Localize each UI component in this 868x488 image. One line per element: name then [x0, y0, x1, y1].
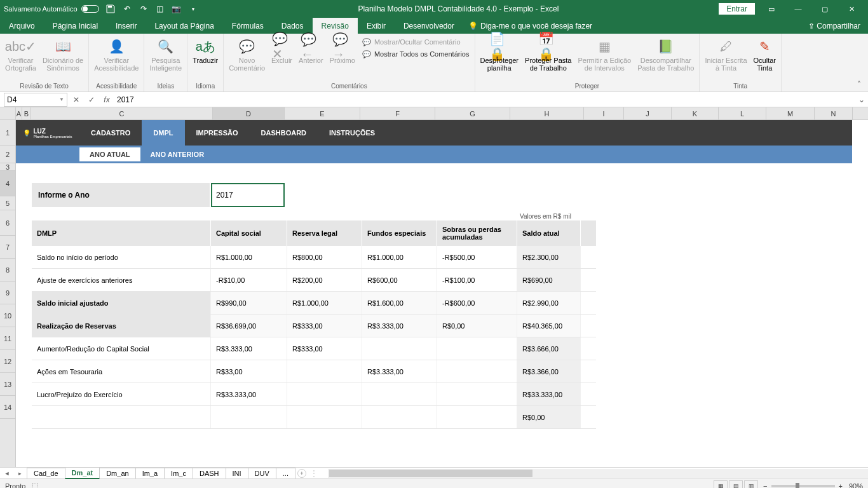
allow-edit-ranges-button[interactable]: ▦Permitir a Edição de Intervalos: [575, 35, 634, 73]
spellcheck-button[interactable]: abc✓Verificar Ortografia: [3, 35, 39, 73]
row-header-6[interactable]: 6: [0, 210, 15, 236]
table-cell[interactable]: [362, 337, 437, 360]
row-header-7[interactable]: 7: [0, 236, 15, 259]
nav-dashboard[interactable]: DASHBOARD: [250, 120, 318, 146]
table-cell[interactable]: R$3.333,00: [362, 315, 437, 337]
col-header-E[interactable]: E: [285, 107, 360, 119]
protect-workbook-button[interactable]: 📅🔒Proteger Pasta de Trabalho: [522, 35, 574, 73]
table-cell[interactable]: R$33.333,00: [517, 383, 581, 405]
sheet-tab-INI[interactable]: INI: [226, 468, 248, 478]
table-cell[interactable]: [287, 383, 362, 405]
zoom-in-button[interactable]: +: [839, 482, 843, 489]
worksheet-grid[interactable]: 💡LUZPlanilhas Empresariais CADASTRO DMPL…: [16, 120, 868, 467]
sheet-nav-prev-icon[interactable]: ▸: [15, 469, 24, 478]
table-cell[interactable]: R$3.333,00: [211, 337, 287, 360]
scrollbar-thumb[interactable]: [329, 470, 532, 477]
camera-icon[interactable]: 📷: [172, 4, 182, 14]
expand-formula-bar[interactable]: ⌄: [855, 95, 868, 104]
table-cell[interactable]: [437, 383, 517, 405]
table-cell[interactable]: R$1.000,00: [211, 246, 287, 268]
hide-ink-button[interactable]: ✎Ocultar Tinta: [751, 35, 778, 73]
zoom-level[interactable]: 90%: [849, 482, 863, 489]
view-page-break-button[interactable]: ▥: [744, 480, 758, 489]
table-cell[interactable]: [437, 360, 517, 383]
tab-formulas[interactable]: Fórmulas: [223, 18, 273, 34]
table-cell[interactable]: R$40.365,00: [517, 315, 581, 337]
view-page-layout-button[interactable]: ▤: [729, 480, 743, 489]
tell-me-search[interactable]: 💡 Diga-me o que você deseja fazer: [468, 22, 592, 30]
table-cell[interactable]: [287, 406, 362, 428]
table-cell[interactable]: R$3.666,00: [517, 337, 581, 360]
sheet-tab-DASH[interactable]: DASH: [193, 468, 226, 478]
sheet-tab-DUV[interactable]: DUV: [248, 468, 276, 478]
signin-button[interactable]: Entrar: [719, 3, 755, 15]
row-header-4[interactable]: 4: [0, 171, 15, 196]
table-cell[interactable]: R$2.300,00: [517, 246, 581, 268]
prev-comment-button[interactable]: 💬←Anterior: [296, 35, 326, 65]
table-cell[interactable]: R$33,00: [211, 360, 287, 383]
table-cell[interactable]: R$0,00: [517, 406, 581, 428]
maximize-icon[interactable]: ▢: [812, 1, 837, 17]
table-cell[interactable]: R$690,00: [517, 269, 581, 291]
share-button[interactable]: ⇪ Compartilhar: [808, 22, 860, 30]
row-header-9[interactable]: 9: [0, 281, 15, 304]
tab-pagina-inicial[interactable]: Página Inicial: [44, 18, 107, 34]
col-header-J[interactable]: J: [624, 107, 672, 119]
row-header-10[interactable]: 10: [0, 304, 15, 327]
nav-dmpl[interactable]: DMPL: [142, 120, 184, 146]
tab-layout[interactable]: Layout da Página: [146, 18, 222, 34]
table-cell[interactable]: R$1.000,00: [287, 292, 362, 314]
nav-cadastro[interactable]: CADASTRO: [79, 120, 142, 146]
table-cell[interactable]: R$333,00: [287, 315, 362, 337]
col-header-N[interactable]: N: [815, 107, 853, 119]
sheet-tab-Im_a[interactable]: Im_a: [135, 468, 165, 478]
col-header-M[interactable]: M: [766, 107, 815, 119]
col-header-A[interactable]: A: [16, 107, 22, 119]
table-cell[interactable]: [362, 383, 437, 405]
redo-icon[interactable]: ↷: [139, 4, 149, 14]
table-cell[interactable]: R$2.990,00: [517, 292, 581, 314]
col-header-B[interactable]: B: [22, 107, 31, 119]
row-header-5[interactable]: 5: [0, 196, 15, 210]
col-header-K[interactable]: K: [672, 107, 719, 119]
table-cell[interactable]: -R$10,00: [211, 269, 287, 291]
horizontal-scrollbar[interactable]: [328, 469, 868, 478]
tab-exibir[interactable]: Exibir: [358, 18, 395, 34]
zoom-slider[interactable]: [771, 485, 835, 487]
table-cell[interactable]: [287, 360, 362, 383]
col-header-C[interactable]: C: [31, 107, 213, 119]
subtab-ano-atual[interactable]: ANO ATUAL: [79, 147, 140, 161]
chevron-down-icon[interactable]: ▼: [59, 97, 64, 102]
minimize-icon[interactable]: —: [785, 1, 811, 17]
cancel-formula-button[interactable]: ✕: [69, 95, 84, 104]
table-cell[interactable]: R$0,00: [437, 315, 517, 337]
next-comment-button[interactable]: 💬→Próximo: [327, 35, 358, 65]
unshare-workbook-button[interactable]: 📗Descompartilhar Pasta de Trabalho: [635, 35, 696, 73]
delete-comment-button[interactable]: 💬✕Excluir: [269, 35, 295, 65]
col-header-L[interactable]: L: [719, 107, 766, 119]
table-cell[interactable]: R$33.333,00: [211, 383, 287, 405]
name-box[interactable]: D4▼: [4, 93, 67, 107]
sheet-tab-Im_c[interactable]: Im_c: [164, 468, 193, 478]
select-all-cells[interactable]: [0, 107, 16, 119]
table-cell[interactable]: R$600,00: [362, 269, 437, 291]
show-hide-comment-button[interactable]: 💬Mostrar/Ocultar Comentário: [359, 36, 472, 48]
table-cell[interactable]: [362, 406, 437, 428]
table-cell[interactable]: R$333,00: [287, 337, 362, 360]
table-cell[interactable]: -R$100,00: [437, 269, 517, 291]
enter-formula-button[interactable]: ✓: [84, 95, 99, 104]
thesaurus-button[interactable]: 📖Dicionário de Sinônimos: [40, 35, 86, 73]
sheet-tab-...[interactable]: ...: [276, 468, 295, 478]
new-sheet-button[interactable]: +: [297, 469, 306, 478]
nav-impressao[interactable]: IMPRESSÃO: [185, 120, 250, 146]
zoom-out-button[interactable]: −: [763, 482, 767, 489]
table-cell[interactable]: -R$500,00: [437, 246, 517, 268]
row-header-3[interactable]: 3: [0, 163, 15, 171]
translate-button[interactable]: aあTraduzir: [190, 35, 220, 65]
row-header-1[interactable]: 1: [0, 120, 15, 146]
formula-input[interactable]: [114, 95, 855, 104]
macro-record-icon[interactable]: ⬚: [32, 482, 38, 488]
row-header-14[interactable]: 14: [0, 396, 15, 419]
save-icon[interactable]: [105, 4, 116, 14]
table-cell[interactable]: R$3.366,00: [517, 360, 581, 383]
